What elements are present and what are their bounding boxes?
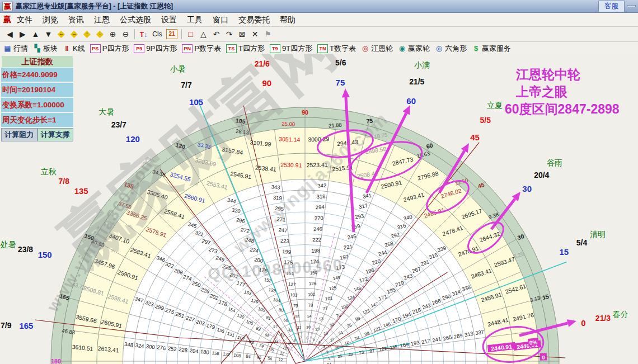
- zoom-out-icon[interactable]: ⊖: [119, 29, 132, 40]
- kline-button[interactable]: ‖K线: [63, 44, 85, 54]
- up-icon[interactable]: ▲: [29, 29, 42, 40]
- rim-degree-label: 150: [38, 250, 52, 259]
- svg-text:36: 36: [268, 356, 273, 361]
- toolbar-label: 行情: [13, 44, 28, 54]
- triangle-tool-icon[interactable]: △: [197, 29, 210, 40]
- svg-text:270: 270: [315, 215, 323, 221]
- toolbar-separator: [134, 29, 135, 39]
- calc-resistance-button[interactable]: 计算阻力: [1, 128, 37, 141]
- wheel-number: 79: [293, 303, 298, 309]
- wheel-number: 276: [157, 344, 166, 351]
- svg-text:247: 247: [278, 226, 288, 233]
- svg-text:53: 53: [319, 316, 324, 321]
- svg-text:29: 29: [315, 327, 320, 332]
- winner-wheel-button[interactable]: ◉赢家轮: [398, 44, 430, 54]
- menu-logo-icon: 赢: [3, 15, 11, 25]
- wheel-number: 126: [309, 281, 317, 287]
- factor-label: 25.00: [282, 121, 295, 127]
- degree-label: 180: [51, 358, 61, 364]
- calc-support-button[interactable]: 计算支撑: [37, 128, 74, 141]
- gann-wheel-button[interactable]: ◎江恩轮: [361, 44, 393, 54]
- menu-item-1[interactable]: 浏览: [43, 15, 58, 24]
- down-icon[interactable]: ▼: [42, 29, 55, 40]
- svg-text:276: 276: [157, 344, 166, 351]
- 9t-square-button[interactable]: T99T四方形: [270, 44, 312, 54]
- svg-text:0: 0: [542, 354, 545, 360]
- svg-text:204: 204: [189, 347, 199, 354]
- truncated-button[interactable]: [627, 5, 636, 7]
- pan-down-icon[interactable]: ◆↓: [93, 29, 106, 40]
- svg-text:60: 60: [257, 356, 262, 360]
- wheel-number: 55: [295, 315, 299, 319]
- rim-solar-term-label: 小暑: [170, 64, 186, 73]
- factor-row: 变换系数=1.00000: [1, 98, 73, 113]
- svg-text:348: 348: [124, 341, 133, 348]
- wheel-number: 223: [280, 238, 289, 244]
- rotate-ccw-icon[interactable]: ↶: [210, 29, 223, 40]
- step-row: 周天变化步长=1: [1, 113, 73, 128]
- rim-degree-label: 45: [470, 133, 480, 142]
- svg-text:103: 103: [290, 292, 298, 298]
- menu-item-2[interactable]: 资讯: [68, 15, 84, 24]
- wheel-number: 324: [135, 342, 144, 349]
- rim-solar-term-label: 大暑: [98, 107, 114, 116]
- wheel-number: 348: [124, 341, 133, 348]
- wheel-number: 180: [200, 348, 209, 356]
- rotate-cw-icon[interactable]: ↷: [223, 29, 236, 40]
- svg-text:102: 102: [308, 292, 316, 297]
- t-square-button[interactable]: TST四方形: [226, 44, 265, 54]
- rect-tool-icon[interactable]: □: [184, 29, 197, 40]
- menu-item-3[interactable]: 江恩: [94, 15, 110, 24]
- rim-degree-label: 120: [126, 134, 140, 144]
- svg-text:3051.14: 3051.14: [279, 135, 301, 143]
- menu-item-6[interactable]: 工具: [187, 15, 203, 24]
- t-table-button[interactable]: TNT数字表: [317, 44, 356, 54]
- svg-text:228: 228: [179, 346, 188, 353]
- svg-text:222: 222: [312, 237, 321, 243]
- forward-icon[interactable]: ▶: [16, 29, 29, 40]
- shrink-tool-icon[interactable]: ✕: [248, 29, 261, 40]
- menu-item-8[interactable]: 交易委托: [238, 15, 270, 24]
- menu-item-9[interactable]: 帮助: [280, 15, 295, 24]
- back-icon[interactable]: ◀: [3, 29, 16, 40]
- menu-item-4[interactable]: 公式选股: [120, 15, 151, 24]
- factor-label: 21.88: [329, 122, 342, 129]
- menu-item-0[interactable]: 文件: [17, 15, 32, 24]
- sector-button[interactable]: ▚板块: [33, 44, 58, 54]
- indicator-panel: 上证指数 价格=2440.9099时间=20190104变换系数=1.00000…: [1, 55, 73, 141]
- zoom-in-icon[interactable]: ⊕: [106, 29, 119, 40]
- factor-label: 0: [540, 353, 547, 361]
- svg-text:31: 31: [297, 325, 301, 330]
- pan-up-icon[interactable]: ◆↑: [81, 29, 93, 40]
- rim-solar-term-label: 春分: [613, 310, 628, 319]
- toolbar-main: ◀▶▲▼◆←◆→◆↑◆↓⊕⊖T↓Cls21□△↶↷⊠✕⚑: [0, 27, 638, 42]
- menu-item-7[interactable]: 窗口: [213, 15, 228, 24]
- 9p-square-icon: P9: [134, 44, 144, 53]
- pan-right-icon[interactable]: ◆→: [68, 29, 81, 40]
- rim-date-label: 21/5: [409, 77, 424, 86]
- svg-text:54: 54: [307, 314, 312, 318]
- rim-solar-term-label: 处暑: [0, 240, 16, 249]
- flag-icon[interactable]: ⚑: [261, 29, 274, 40]
- p-table-button[interactable]: PNP数字表: [182, 44, 221, 54]
- pan-left-icon[interactable]: ◆←: [55, 29, 68, 40]
- rim-solar-term-label: 谷雨: [547, 158, 562, 167]
- calendar-icon[interactable]: 21: [166, 29, 177, 39]
- 9p-square-button[interactable]: P99P四方形: [134, 44, 177, 54]
- menu-item-5[interactable]: 设置: [161, 15, 177, 24]
- cls-button[interactable]: Cls: [150, 29, 165, 40]
- customer-service-button[interactable]: 客服: [598, 1, 625, 12]
- price-inner-label: 2530.91: [280, 161, 302, 168]
- p-square-button[interactable]: PSP四方形: [90, 44, 129, 54]
- wheel-number: 343: [271, 183, 280, 190]
- window-title: 赢家江恩专业版[赢家服务平台] - [上证指数 江恩轮]: [16, 2, 596, 11]
- quote-button[interactable]: ▦行情: [3, 44, 28, 54]
- winner-service-button[interactable]: $赢家服务: [472, 44, 511, 54]
- hexagon-button[interactable]: ◎六角形: [435, 44, 467, 54]
- winner-wheel-icon: ◉: [398, 45, 406, 53]
- xbox-tool-icon[interactable]: ⊠: [236, 29, 248, 40]
- updown-icon[interactable]: T↓: [137, 29, 150, 40]
- toolbar-label: 赢家服务: [482, 44, 511, 54]
- svg-text:127: 127: [288, 282, 297, 287]
- wheel-number: 222: [312, 237, 321, 243]
